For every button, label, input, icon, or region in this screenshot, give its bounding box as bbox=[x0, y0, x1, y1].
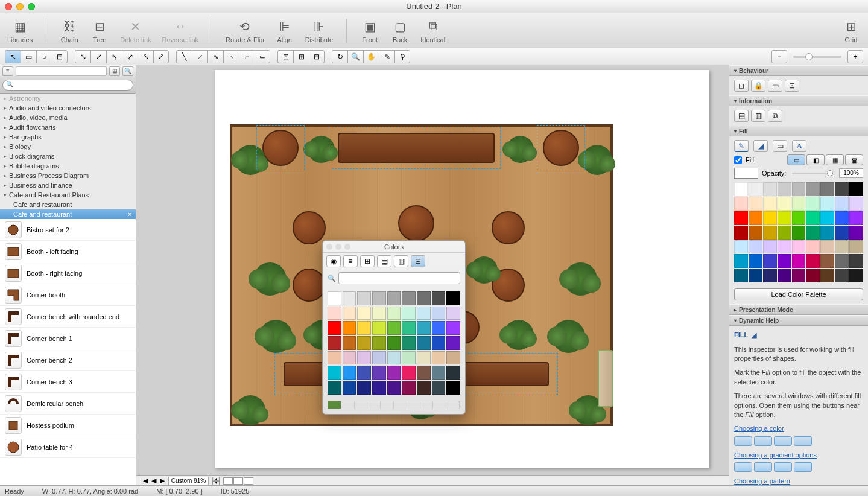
shape-item[interactable]: Booth - right facing bbox=[0, 262, 136, 284]
palette-swatch[interactable] bbox=[749, 182, 762, 196]
color-swatch[interactable] bbox=[328, 381, 341, 395]
zoom-stepper[interactable]: ▴▾ bbox=[212, 477, 220, 485]
palette-swatch[interactable] bbox=[792, 240, 806, 254]
zoom-tool[interactable]: 🔍 bbox=[347, 50, 363, 63]
info-btn-3[interactable]: ⧉ bbox=[768, 110, 782, 122]
plant[interactable] bbox=[507, 136, 534, 163]
opacity-value[interactable]: 100% bbox=[839, 168, 863, 178]
palette-swatch[interactable] bbox=[778, 240, 791, 254]
palette-swatch[interactable] bbox=[763, 182, 777, 196]
zoom-slider[interactable] bbox=[793, 56, 841, 58]
presentation-mode-header[interactable]: Presentation Mode bbox=[729, 304, 868, 315]
color-swatch[interactable] bbox=[402, 366, 416, 380]
plant[interactable] bbox=[235, 395, 265, 425]
palette-swatch[interactable] bbox=[734, 182, 748, 196]
color-swatch[interactable] bbox=[372, 351, 386, 365]
color-swatch[interactable] bbox=[417, 307, 431, 320]
palette-swatch[interactable] bbox=[820, 182, 834, 196]
palette-swatch[interactable] bbox=[749, 197, 762, 211]
palette-swatch[interactable] bbox=[778, 269, 791, 282]
plant[interactable] bbox=[253, 262, 287, 296]
lib-item-business-finance[interactable]: Business and finance bbox=[0, 180, 136, 190]
tree-button[interactable]: ⊟ Tree bbox=[90, 18, 109, 43]
front-button[interactable]: ▣ Front bbox=[360, 18, 379, 43]
palette-swatch[interactable] bbox=[849, 226, 863, 240]
shapes-list[interactable]: Bistro set for 2Booth - left facingBooth… bbox=[0, 219, 136, 485]
round-table[interactable] bbox=[492, 211, 525, 244]
wall-3[interactable]: ⊟ bbox=[309, 50, 325, 63]
color-swatch[interactable] bbox=[343, 351, 356, 365]
grid-button[interactable]: ⊞ Grid bbox=[841, 18, 861, 43]
color-swatch[interactable] bbox=[343, 291, 356, 305]
list-view-button[interactable]: ≡ bbox=[2, 66, 13, 76]
color-swatch[interactable] bbox=[328, 366, 341, 380]
palette-swatch[interactable] bbox=[820, 226, 834, 240]
color-swatch[interactable] bbox=[372, 321, 386, 335]
wall-2[interactable]: ⊞ bbox=[293, 50, 309, 63]
info-btn-2[interactable]: ▥ bbox=[751, 110, 765, 122]
palette-swatch[interactable] bbox=[820, 211, 834, 225]
lib-item-bubble-diagrams[interactable]: Bubble diagrams bbox=[0, 161, 136, 171]
shape-item[interactable]: Demicircular bench bbox=[0, 393, 136, 415]
shape-item[interactable]: Corner bench 2 bbox=[0, 349, 136, 371]
lock-icon[interactable]: 🔒 bbox=[751, 80, 765, 92]
color-swatch[interactable] bbox=[446, 351, 460, 365]
connector-3[interactable]: ⤣ bbox=[106, 50, 122, 63]
zoom-out-button[interactable]: − bbox=[771, 50, 787, 63]
color-swatch[interactable] bbox=[387, 321, 401, 335]
wall-1[interactable]: ⊡ bbox=[277, 50, 293, 63]
line-6[interactable]: ⌙ bbox=[255, 50, 270, 63]
palette-swatch[interactable] bbox=[806, 240, 820, 254]
grid-view-button[interactable]: ⊞ bbox=[109, 66, 120, 76]
search-toggle-button[interactable]: 🔍 bbox=[122, 66, 133, 76]
search-input[interactable] bbox=[2, 80, 133, 91]
palette-swatch[interactable] bbox=[820, 240, 834, 254]
library-tree[interactable]: Astronomy Audio and video connectors Aud… bbox=[0, 94, 136, 219]
color-swatch[interactable] bbox=[432, 307, 446, 320]
color-swatch[interactable] bbox=[328, 351, 341, 365]
color-swatch[interactable] bbox=[446, 336, 460, 350]
palette-swatch[interactable] bbox=[734, 211, 748, 225]
palette-swatch[interactable] bbox=[849, 182, 863, 196]
line-3[interactable]: ∿ bbox=[207, 50, 223, 63]
color-swatch[interactable] bbox=[357, 321, 371, 335]
plant[interactable] bbox=[582, 145, 612, 175]
colors-close-button[interactable] bbox=[326, 244, 332, 250]
palette-swatch[interactable] bbox=[849, 269, 863, 282]
palette-swatch[interactable] bbox=[835, 182, 849, 196]
dynamic-help-header[interactable]: Dynamic Help bbox=[729, 315, 868, 326]
color-swatch[interactable] bbox=[357, 336, 371, 350]
color-swatch[interactable] bbox=[372, 366, 386, 380]
color-swatch[interactable] bbox=[446, 366, 460, 380]
colors-titlebar[interactable]: Colors bbox=[323, 241, 465, 253]
lib-item-bpd[interactable]: Business Process Diagram bbox=[0, 171, 136, 180]
palette-swatch[interactable] bbox=[778, 226, 791, 240]
fill-gradient-button[interactable]: ◧ bbox=[806, 154, 825, 165]
identical-button[interactable]: ⧉ Identical bbox=[420, 18, 445, 43]
color-swatch[interactable] bbox=[357, 366, 371, 380]
color-swatch[interactable] bbox=[387, 307, 401, 320]
plant[interactable] bbox=[259, 320, 293, 353]
recent-colors-strip[interactable] bbox=[328, 401, 460, 409]
lib-item-audio-video-media[interactable]: Audio, video, media bbox=[0, 113, 136, 122]
palette-swatch[interactable] bbox=[806, 254, 820, 268]
color-swatch[interactable] bbox=[402, 336, 416, 350]
palette-swatch[interactable] bbox=[749, 211, 762, 225]
line-2[interactable]: ⟋ bbox=[192, 50, 207, 63]
color-palette-tab[interactable]: ⊞ bbox=[360, 255, 375, 267]
nav-prev-button[interactable]: ◀ bbox=[151, 477, 156, 485]
color-swatch[interactable] bbox=[372, 381, 386, 395]
nav-next-button[interactable]: ▶ bbox=[160, 477, 165, 485]
palette-swatch[interactable] bbox=[806, 269, 820, 282]
colors-search-input[interactable] bbox=[338, 272, 460, 284]
palette-swatch[interactable] bbox=[835, 211, 849, 225]
color-swatch[interactable] bbox=[417, 336, 431, 350]
connector-1[interactable]: ⤡ bbox=[75, 50, 90, 63]
color-swatch[interactable] bbox=[417, 321, 431, 335]
connector-4[interactable]: ⤤ bbox=[122, 50, 138, 63]
color-swatch[interactable] bbox=[402, 351, 416, 365]
load-palette-button[interactable]: Load Color Palette bbox=[734, 288, 863, 300]
color-wheel-tab[interactable]: ◉ bbox=[326, 255, 341, 267]
shadow-icon[interactable]: ▭ bbox=[773, 140, 787, 152]
color-swatch[interactable] bbox=[387, 291, 401, 305]
